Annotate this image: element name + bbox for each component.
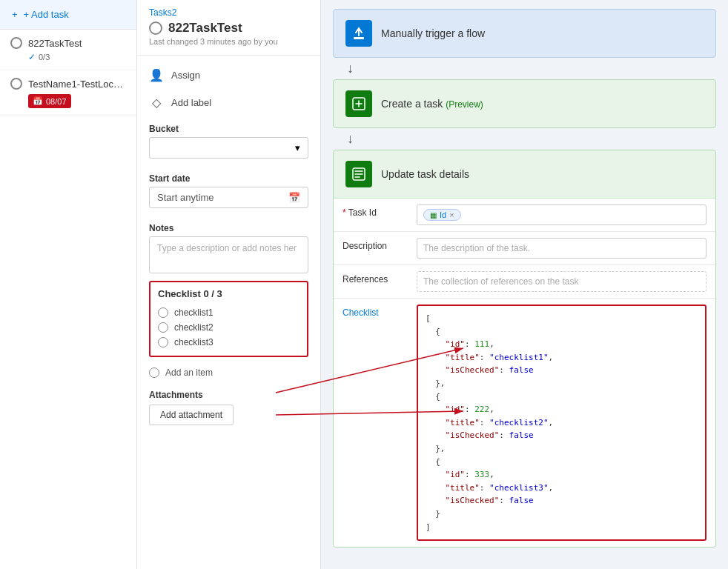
checklist-json-box: [ { "id": 111, "title": "checklist1", "i… xyxy=(417,305,707,541)
add-item-circle xyxy=(149,367,159,378)
flow-trigger[interactable]: Manually trigger a flow xyxy=(333,9,716,58)
preview-label: (Preview) xyxy=(446,99,483,110)
task-item-testname[interactable]: TestName1-TestLoc… 📅 08/07 xyxy=(0,70,136,116)
plus-icon: + xyxy=(12,9,18,20)
label-icon: ◇ xyxy=(149,96,164,110)
add-item-label: Add an item xyxy=(165,367,213,378)
task-status-circle xyxy=(149,21,162,35)
assign-icon: 👤 xyxy=(149,68,164,82)
panel-subtitle: Last changed 3 minutes ago by you xyxy=(137,37,320,55)
checklist-circle-1 xyxy=(158,307,168,318)
create-task-icon xyxy=(345,90,372,117)
start-date-placeholder: Start anytime xyxy=(157,192,214,203)
token-text: Id xyxy=(440,210,446,219)
add-item-row[interactable]: Add an item xyxy=(137,363,320,382)
create-task-label: Create a task (Preview) xyxy=(381,98,483,110)
assign-label: Assign xyxy=(171,70,200,81)
add-task-button[interactable]: + + Add task xyxy=(0,0,136,30)
breadcrumb[interactable]: Tasks2 xyxy=(137,0,320,21)
assign-action[interactable]: 👤 Assign xyxy=(137,61,320,89)
notes-placeholder: Type a description or add notes her xyxy=(157,243,297,253)
update-task-header[interactable]: Update task details xyxy=(334,150,715,199)
task-id-row: Task Id ▦ Id × xyxy=(334,199,715,232)
date-badge: 📅 08/07 xyxy=(28,94,71,108)
update-task-label: Update task details xyxy=(381,168,469,180)
arrow-2: ↓ xyxy=(321,128,354,150)
checklist-item-label-2: checklist2 xyxy=(174,322,214,333)
checkmark-icon: ✓ xyxy=(28,52,36,62)
references-value[interactable]: The collection of references on the task xyxy=(417,271,707,292)
checklist-item-label-3: checklist3 xyxy=(174,337,214,347)
description-row: Description The description of the task. xyxy=(334,232,715,265)
start-date-field[interactable]: Start anytime 📅 xyxy=(149,187,308,208)
task-sub-label: ✓ 0/3 xyxy=(28,52,50,62)
description-placeholder: The description of the task. xyxy=(423,243,530,253)
trigger-label: Manually trigger a flow xyxy=(381,27,485,39)
checklist-circle-3 xyxy=(158,337,168,347)
description-value[interactable]: The description of the task. xyxy=(417,238,707,259)
update-task-panel: Update task details Task Id ▦ Id × xyxy=(333,150,716,548)
checklist-item-3[interactable]: checklist3 xyxy=(158,335,300,350)
checklist-item-label-1: checklist1 xyxy=(174,307,214,318)
checklist-item-1[interactable]: checklist1 xyxy=(158,305,300,320)
task-circle-2 xyxy=(10,78,22,90)
task-circle xyxy=(10,37,22,49)
references-label: References xyxy=(343,271,417,284)
update-task-icon xyxy=(345,161,372,187)
bucket-dropdown[interactable]: ▾ xyxy=(149,137,308,159)
token-close[interactable]: × xyxy=(449,210,454,219)
svg-rect-0 xyxy=(354,37,364,39)
references-row: References The collection of references … xyxy=(334,265,715,299)
notes-label: Notes xyxy=(137,216,320,236)
checklist-box: Checklist 0 / 3 checklist1 checklist2 ch… xyxy=(149,281,308,357)
add-attachment-button[interactable]: Add attachment xyxy=(149,405,234,425)
attachments-label: Attachments xyxy=(137,382,320,405)
checklist-field-row: Checklist [ { "id": 111, "title": "check… xyxy=(334,299,715,547)
task-name-2: TestName1-TestLoc… xyxy=(28,79,123,90)
task-id-value[interactable]: ▦ Id × xyxy=(417,204,707,225)
middle-panel: Tasks2 822TaskTest Last changed 3 minute… xyxy=(137,0,321,569)
add-label-text: Add label xyxy=(171,97,211,108)
add-task-label: + Add task xyxy=(24,9,69,20)
add-label-action[interactable]: ◇ Add label xyxy=(137,89,320,116)
description-label: Description xyxy=(343,238,417,251)
calendar-icon: 📅 xyxy=(33,96,43,106)
divider-1 xyxy=(137,55,320,56)
chevron-down-icon: ▾ xyxy=(295,142,300,153)
id-token: ▦ Id × xyxy=(423,209,461,221)
flow-detail-body: Task Id ▦ Id × Description The descripti… xyxy=(334,199,715,547)
create-task-action[interactable]: Create a task (Preview) xyxy=(333,79,716,128)
start-date-label: Start date xyxy=(137,166,320,187)
task-item-822[interactable]: 822TaskTest ✓ 0/3 xyxy=(0,30,136,70)
panel-title: 822TaskTest xyxy=(137,21,320,37)
flow-container: Manually trigger a flow ↓ Create a task … xyxy=(321,0,728,548)
arrow-1: ↓ xyxy=(321,58,354,79)
calendar-date-icon: 📅 xyxy=(288,192,300,203)
task-id-label: Task Id xyxy=(343,204,417,218)
checklist-title: Checklist 0 / 3 xyxy=(158,288,300,299)
checklist-item-2[interactable]: checklist2 xyxy=(158,320,300,335)
task-title: 822TaskTest xyxy=(168,21,242,36)
task-name: 822TaskTest xyxy=(28,38,82,49)
right-panel: Manually trigger a flow ↓ Create a task … xyxy=(321,0,728,569)
trigger-icon xyxy=(345,20,372,47)
checklist-field-label: Checklist xyxy=(343,305,417,318)
references-placeholder: The collection of references on the task xyxy=(423,276,578,287)
bucket-label: Bucket xyxy=(137,116,320,137)
notes-textarea[interactable]: Type a description or add notes her xyxy=(149,236,308,273)
left-sidebar: + + Add task 822TaskTest ✓ 0/3 TestName1… xyxy=(0,0,137,569)
token-icon: ▦ xyxy=(430,211,437,219)
checklist-circle-2 xyxy=(158,322,168,333)
